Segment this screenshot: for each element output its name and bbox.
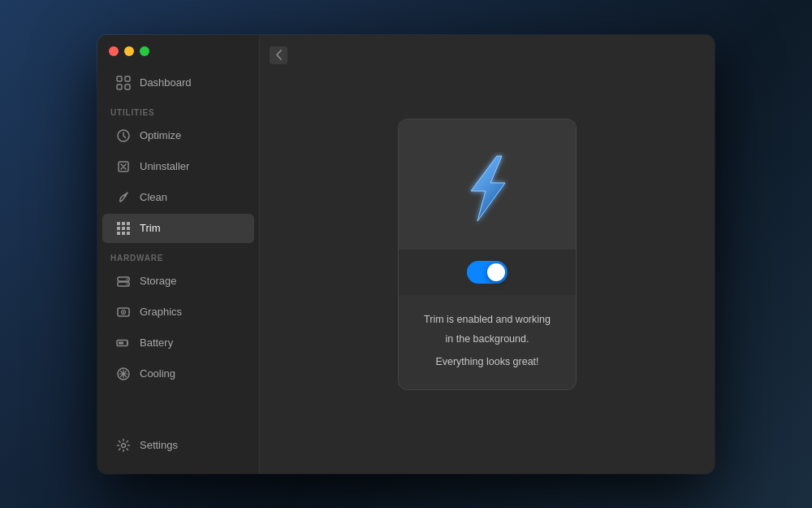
svg-rect-24 [119, 341, 123, 344]
sidebar-item-clean[interactable]: Clean [102, 183, 254, 212]
optimize-icon [115, 128, 132, 144]
svg-rect-15 [127, 232, 130, 235]
battery-icon [115, 335, 132, 351]
app-window: Dashboard Utilities Optimize Uninstaller [97, 35, 715, 474]
hardware-section-label: Hardware [97, 244, 259, 266]
back-button[interactable] [270, 46, 287, 64]
svg-point-19 [127, 283, 128, 284]
dashboard-icon [115, 75, 132, 91]
svg-point-18 [127, 278, 128, 280]
sidebar-item-settings[interactable]: Settings [102, 431, 254, 460]
graphics-icon [115, 304, 132, 320]
main-content: Trim is enabled and working in the backg… [260, 35, 715, 474]
minimize-button[interactable] [124, 46, 134, 56]
clean-label: Clean [140, 191, 167, 203]
sidebar-item-battery[interactable]: Battery [102, 328, 254, 358]
optimize-label: Optimize [140, 129, 181, 141]
cooling-label: Cooling [140, 367, 175, 380]
trim-status-line2: in the background. [415, 331, 559, 347]
svg-point-27 [122, 443, 126, 447]
svg-marker-28 [471, 156, 505, 221]
svg-rect-0 [117, 76, 122, 81]
svg-rect-12 [127, 227, 130, 230]
sidebar-item-trim[interactable]: Trim [102, 214, 254, 243]
storage-icon [115, 273, 132, 289]
trim-card-top [399, 119, 576, 250]
cooling-icon [115, 366, 132, 382]
svg-rect-11 [122, 227, 125, 230]
trim-label: Trim [140, 222, 161, 234]
toggle-knob [487, 263, 505, 281]
svg-rect-3 [125, 85, 130, 89]
trim-status-line1: Trim is enabled and working [415, 311, 559, 328]
sidebar-bottom: Settings [97, 430, 259, 474]
sidebar-item-graphics[interactable]: Graphics [102, 297, 254, 327]
svg-rect-9 [127, 222, 130, 225]
svg-rect-8 [122, 222, 125, 225]
svg-point-22 [123, 311, 124, 313]
sidebar-item-dashboard[interactable]: Dashboard [102, 68, 254, 98]
sidebar-item-cooling[interactable]: Cooling [102, 359, 254, 389]
sidebar: Dashboard Utilities Optimize Uninstaller [97, 35, 260, 474]
svg-point-26 [123, 372, 125, 375]
svg-rect-13 [117, 232, 120, 235]
uninstaller-label: Uninstaller [140, 160, 189, 172]
svg-rect-14 [122, 232, 125, 235]
svg-rect-1 [125, 76, 130, 81]
battery-label: Battery [140, 336, 173, 349]
uninstaller-icon [115, 158, 132, 175]
trim-icon [115, 220, 132, 237]
utilities-section-label: Utilities [97, 98, 259, 120]
settings-label: Settings [140, 439, 178, 451]
dashboard-label: Dashboard [140, 76, 192, 89]
svg-rect-2 [117, 85, 122, 89]
trim-all-good: Everything looks great! [415, 354, 559, 370]
graphics-label: Graphics [140, 306, 182, 318]
maximize-button[interactable] [140, 46, 149, 56]
sidebar-item-storage[interactable]: Storage [102, 267, 254, 296]
sidebar-item-uninstaller[interactable]: Uninstaller [102, 152, 254, 181]
settings-icon [115, 437, 132, 454]
traffic-lights [109, 46, 149, 56]
trim-toggle[interactable] [467, 261, 508, 284]
sidebar-item-optimize[interactable]: Optimize [102, 121, 254, 150]
trim-description: Trim is enabled and working in the backg… [399, 295, 576, 389]
close-button[interactable] [109, 46, 119, 56]
svg-rect-10 [117, 227, 120, 230]
lightning-icon [455, 152, 520, 225]
svg-point-6 [124, 194, 127, 197]
clean-icon [115, 189, 132, 206]
toggle-section [399, 250, 576, 295]
svg-rect-7 [117, 222, 120, 225]
trim-card: Trim is enabled and working in the backg… [398, 119, 577, 390]
storage-label: Storage [140, 275, 177, 287]
